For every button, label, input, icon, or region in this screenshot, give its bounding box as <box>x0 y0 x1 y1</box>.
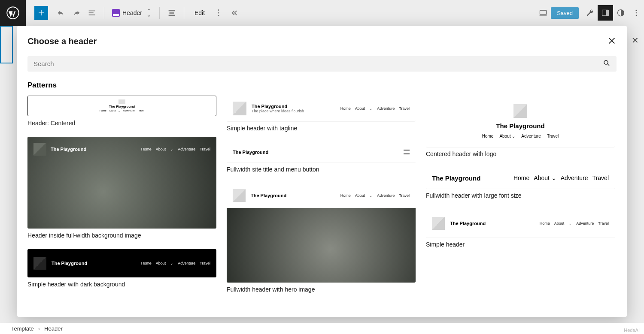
preview-site-title: The Playground <box>496 122 544 129</box>
pattern-card[interactable]: The Playground HomeAbout⌄AdventureTravel… <box>27 249 216 288</box>
preview-tagline: The place where ideas flourish <box>75 306 128 307</box>
pattern-card[interactable]: The Playground The place where ideas flo… <box>227 96 416 132</box>
pattern-thumb: The Playground The place where ideas flo… <box>227 96 416 121</box>
plus-icon <box>37 9 45 17</box>
tools-button[interactable] <box>582 5 598 21</box>
pattern-thumb: The Playground HomeAbout⌄AdventureTravel <box>27 137 216 229</box>
saved-button[interactable]: Saved <box>551 7 579 19</box>
pattern-card[interactable]: The Playground The place where ideas flo… <box>27 298 216 307</box>
wrench-icon <box>586 9 594 17</box>
preview-site-title: The Playground <box>251 193 286 198</box>
wordpress-icon <box>6 6 19 19</box>
add-block-button[interactable] <box>34 6 48 20</box>
options-button[interactable] <box>629 5 644 21</box>
pattern-thumb: The Playground HomeAbout⌄AdventureTravel <box>227 183 416 283</box>
sidebar-close-button[interactable]: ✕ <box>632 35 639 45</box>
search-field-wrapper[interactable] <box>27 56 617 72</box>
logo-placeholder-icon <box>33 257 46 270</box>
pattern-label: Centered header with logo <box>426 150 615 157</box>
settings-sidebar-button[interactable] <box>598 5 613 21</box>
svg-point-0 <box>7 7 19 19</box>
top-toolbar: Header ⌃⌄ Edit Saved <box>0 0 644 26</box>
patterns-grid: The Playground HomeAbout⌄AdventureTravel… <box>27 96 617 307</box>
pattern-thumb: The Playground HomeAbout⌄AdventureTravel <box>426 209 615 238</box>
close-modal-button[interactable] <box>607 36 617 47</box>
chevron-up-down-icon: ⌃⌄ <box>146 9 152 16</box>
device-icon <box>539 9 547 17</box>
kebab-icon <box>632 9 641 17</box>
pattern-label: Fullwidth site title and menu button <box>227 166 416 173</box>
undo-button[interactable] <box>53 5 69 21</box>
chevrons-left-icon <box>229 8 239 18</box>
preview-site-title: The Playground <box>450 221 486 226</box>
search-icon <box>603 59 611 69</box>
toolbar-divider <box>159 7 160 19</box>
preview-site-title: The Playground <box>33 306 69 307</box>
pattern-thumb: The Playground The place where ideas flo… <box>27 298 216 307</box>
pattern-thumb: The Playground HomeAbout⌄AdventureTravel <box>27 96 216 116</box>
choose-header-modal: Choose a header Patterns The Playground … <box>17 26 627 317</box>
svg-point-1 <box>218 9 219 11</box>
svg-rect-4 <box>540 10 547 15</box>
pattern-card[interactable]: The Playground HomeAbout ⌄AdventureTrave… <box>426 168 615 199</box>
svg-point-9 <box>636 12 637 14</box>
styles-button[interactable] <box>613 5 629 21</box>
preview-site-title: The Playground <box>252 104 304 109</box>
toolbar-divider <box>104 7 104 19</box>
redo-icon <box>72 8 81 18</box>
pattern-card[interactable]: The Playground HomeAbout⌄AdventureTravel… <box>426 209 615 248</box>
pattern-card[interactable]: The Playground HomeAbout⌄AdventureTravel… <box>27 96 216 126</box>
pattern-card[interactable]: The Playground HomeAbout⌄AdventureTravel… <box>227 183 416 293</box>
logo-placeholder-icon <box>233 102 246 115</box>
pattern-thumb: The Playground HomeAbout ⌄AdventureTrave… <box>426 96 615 147</box>
pattern-label: Fullwidth header with hero image <box>227 286 416 293</box>
pattern-card[interactable]: The Playground Fullwidth site title and … <box>227 142 416 173</box>
preview-site-title: The Playground <box>51 147 86 152</box>
watermark: HedaAI <box>624 328 640 333</box>
edit-label[interactable]: Edit <box>188 9 211 16</box>
pattern-label: Simple header with dark background <box>27 281 216 288</box>
svg-point-10 <box>636 15 637 16</box>
hero-image-placeholder <box>227 208 416 283</box>
svg-rect-6 <box>606 10 609 15</box>
pattern-label: Fullwidth header with large font size <box>426 192 615 199</box>
toolbar-divider <box>184 7 184 19</box>
logo-placeholder-icon <box>432 217 445 230</box>
preview-site-title: The Playground <box>233 150 268 155</box>
pattern-label: Simple header with tagline <box>227 125 416 132</box>
pattern-card[interactable]: The Playground HomeAbout ⌄AdventureTrave… <box>426 96 615 157</box>
breadcrumb-current[interactable]: Header <box>44 325 63 332</box>
pattern-card[interactable]: The Playground HomeAbout⌄AdventureTravel… <box>27 137 216 239</box>
preview-nav: HomeAbout ⌄AdventureTravel <box>482 134 559 138</box>
redo-button[interactable] <box>69 5 84 21</box>
pattern-thumb: The Playground <box>227 142 416 162</box>
patterns-heading: Patterns <box>27 81 617 90</box>
pattern-label: Header: Centered <box>27 120 216 126</box>
view-button[interactable] <box>535 5 551 21</box>
current-block-indicator[interactable]: Header ⌃⌄ <box>109 9 155 17</box>
align-button[interactable] <box>164 5 179 21</box>
logo-placeholder-icon <box>513 104 527 118</box>
logo-placeholder-icon <box>118 99 125 104</box>
breadcrumb-root[interactable]: Template <box>11 325 34 332</box>
svg-point-2 <box>218 12 219 14</box>
preview-nav: HomeAbout ⌄AdventureTravel <box>513 175 609 181</box>
search-input[interactable] <box>33 60 603 67</box>
preview-site-title: The Playground <box>52 261 87 266</box>
list-icon <box>87 8 97 18</box>
sidebar-icon <box>601 9 610 17</box>
wp-logo-button[interactable] <box>0 0 26 26</box>
block-name-label: Header <box>122 9 142 16</box>
more-options-button[interactable] <box>211 5 226 21</box>
undo-icon <box>56 8 66 18</box>
preview-tagline: The place where ideas flourish <box>252 109 304 113</box>
pattern-thumb: The Playground HomeAbout⌄AdventureTravel <box>27 249 216 277</box>
canvas-selection-outline <box>0 26 13 63</box>
chevron-right-icon: › <box>38 325 40 332</box>
contrast-icon <box>617 9 625 17</box>
preview-site-title: The Playground <box>432 175 480 182</box>
preview-nav: HomeAbout⌄AdventureTravel <box>100 109 145 112</box>
svg-point-3 <box>218 15 219 16</box>
collapse-toolbar-button[interactable] <box>226 5 242 21</box>
document-overview-button[interactable] <box>84 5 100 21</box>
